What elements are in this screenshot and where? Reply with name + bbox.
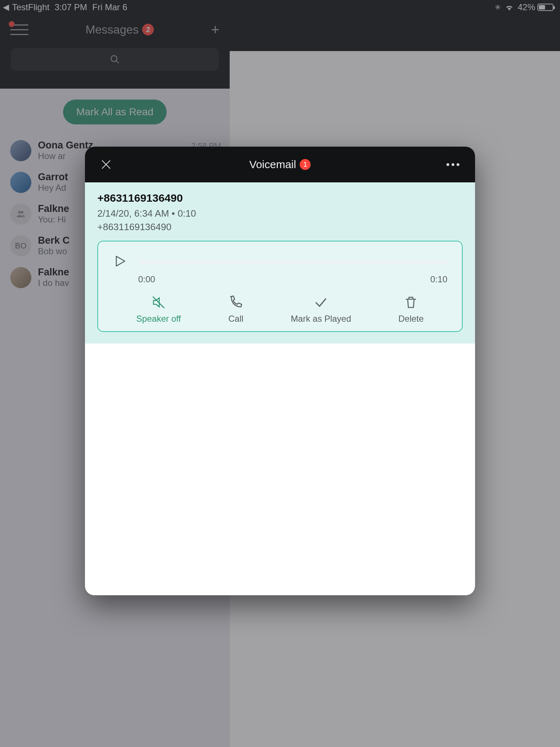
call-label: Call xyxy=(228,314,243,324)
play-icon xyxy=(113,254,127,268)
speaker-toggle[interactable]: Speaker off xyxy=(136,295,181,324)
call-button[interactable]: Call xyxy=(228,295,244,324)
check-icon xyxy=(313,295,328,310)
voicemail-number: +8631169136490 xyxy=(97,192,463,204)
voicemail-subline: +8631169136490 xyxy=(97,221,463,233)
more-button[interactable]: ••• xyxy=(446,159,461,170)
trash-icon xyxy=(403,295,419,310)
delete-label: Delete xyxy=(398,314,424,324)
delete-button[interactable]: Delete xyxy=(398,295,424,324)
speaker-label: Speaker off xyxy=(136,314,181,324)
close-icon xyxy=(100,158,112,171)
play-button[interactable] xyxy=(113,254,127,270)
close-button[interactable] xyxy=(99,157,113,172)
voicemail-badge: 1 xyxy=(300,159,311,170)
modal-title: Voicemail xyxy=(249,158,296,171)
elapsed-time: 0:00 xyxy=(138,274,155,285)
mark-played-label: Mark as Played xyxy=(291,314,351,324)
mark-played-button[interactable]: Mark as Played xyxy=(291,295,351,324)
voicemail-meta: 2/14/20, 6:34 AM • 0:10 xyxy=(97,208,463,219)
modal-header: Voicemail 1 ••• xyxy=(85,147,475,182)
progress-track[interactable] xyxy=(138,260,447,264)
total-time: 0:10 xyxy=(430,274,447,285)
voicemail-modal: Voicemail 1 ••• +8631169136490 2/14/20, … xyxy=(85,147,475,595)
speaker-off-icon xyxy=(151,295,166,310)
voicemail-card: +8631169136490 2/14/20, 6:34 AM • 0:10 +… xyxy=(85,182,475,344)
phone-icon xyxy=(228,295,244,310)
audio-player: 0:00 0:10 Speaker off Call xyxy=(97,241,463,332)
